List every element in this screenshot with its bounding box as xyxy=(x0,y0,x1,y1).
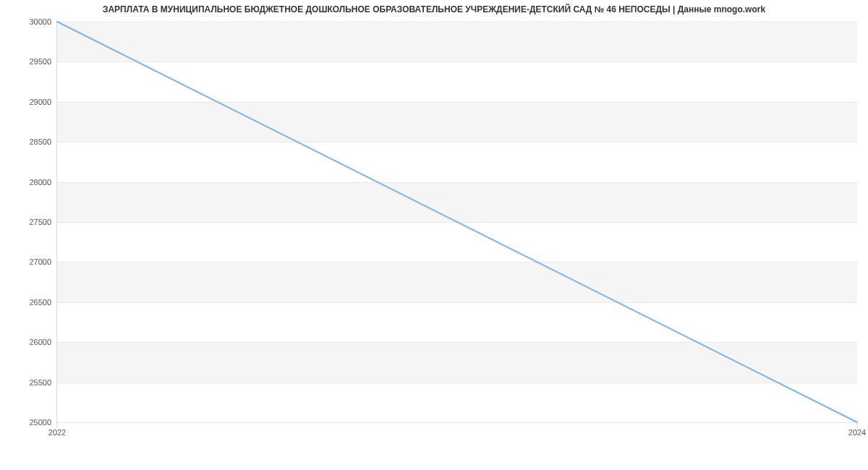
y-tick-label: 27500 xyxy=(29,218,57,226)
x-tick-label: 2022 xyxy=(48,422,66,437)
chart-svg xyxy=(57,22,857,422)
y-tick-label: 28500 xyxy=(29,137,57,146)
y-tick-label: 28000 xyxy=(29,178,57,187)
line-series xyxy=(57,22,857,422)
y-tick-label: 29000 xyxy=(29,98,57,106)
grid-line xyxy=(57,422,857,423)
salary-chart: ЗАРПЛАТА В МУНИЦИПАЛЬНОЕ БЮДЖЕТНОЕ ДОШКО… xyxy=(0,0,868,470)
chart-title: ЗАРПЛАТА В МУНИЦИПАЛЬНОЕ БЮДЖЕТНОЕ ДОШКО… xyxy=(0,4,868,14)
y-tick-label: 25500 xyxy=(29,378,57,387)
plot-area: 2500025500260002650027000275002800028500… xyxy=(56,22,857,423)
y-tick-label: 26500 xyxy=(29,298,57,307)
y-tick-label: 27000 xyxy=(29,257,57,266)
y-tick-label: 26000 xyxy=(29,338,57,346)
y-tick-label: 29500 xyxy=(29,57,57,66)
x-tick-label: 2024 xyxy=(848,422,866,437)
y-tick-label: 30000 xyxy=(29,17,57,26)
